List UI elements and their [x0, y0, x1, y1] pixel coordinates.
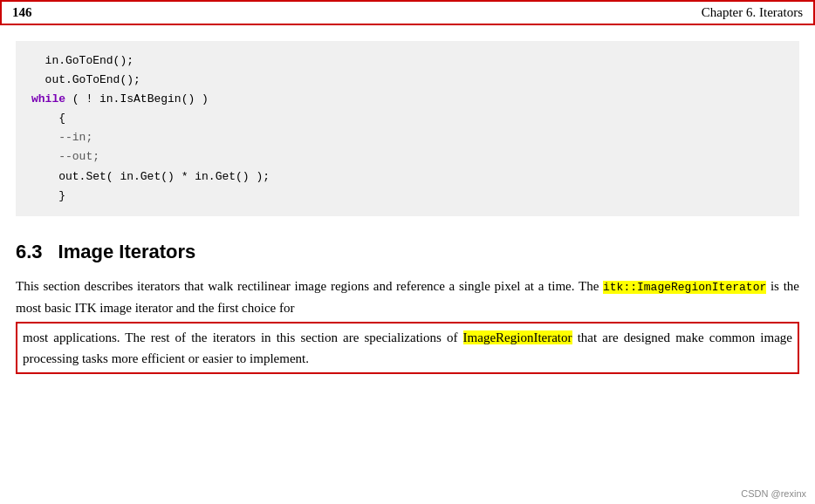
code-line-7: out.Set( in.Get() * in.Get() );	[31, 167, 784, 187]
section-heading: 6.3 Image Iterators	[16, 241, 799, 263]
section-number: 6.3	[16, 241, 43, 263]
chapter-title: Chapter 6. Iterators	[702, 5, 803, 20]
highlight-text-1: most applications. The rest of the itera…	[23, 330, 463, 344]
code-line-3: while ( ! in.IsAtBegin() )	[31, 90, 784, 109]
code-line-5: --in;	[31, 128, 784, 147]
body-text-start: This section describes iterators that wa…	[16, 279, 603, 293]
code-line-1: in.GoToEnd();	[31, 51, 784, 71]
code-line-6: --out;	[31, 147, 784, 167]
code-block: in.GoToEnd(); out.GoToEnd(); while ( ! i…	[16, 41, 799, 216]
body-paragraph-1: This section describes iterators that wa…	[16, 276, 799, 318]
inline-code-iterator: itk::ImageRegionIterator	[603, 281, 766, 294]
keyword-while: while	[31, 92, 65, 106]
highlighted-paragraph: most applications. The rest of the itera…	[16, 322, 799, 374]
highlighted-word: ImageRegionIterator	[463, 330, 572, 344]
code-line-2: out.GoToEnd();	[31, 71, 784, 90]
section-title: Image Iterators	[58, 241, 196, 263]
page-header: 146 Chapter 6. Iterators	[0, 0, 815, 25]
page-number: 146	[12, 5, 32, 20]
watermark: CSDN @rexinx	[741, 488, 806, 499]
code-line-8: }	[31, 187, 784, 206]
code-line-4: {	[31, 109, 784, 128]
